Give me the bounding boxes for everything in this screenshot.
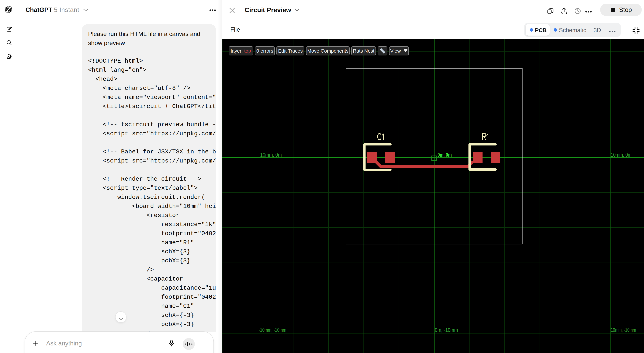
svg-text:-10mm, 0m: -10mm, 0m: [259, 152, 282, 158]
svg-text:10mm, 0m: 10mm, 0m: [611, 152, 632, 158]
svg-text:10mm, -10mm: 10mm, -10mm: [611, 327, 636, 333]
svg-text:-10mm, -10mm: -10mm, -10mm: [259, 327, 286, 333]
svg-text:0m, -10mm: 0m, -10mm: [435, 327, 458, 333]
svg-text:0m, 0m: 0m, 0m: [438, 152, 452, 158]
